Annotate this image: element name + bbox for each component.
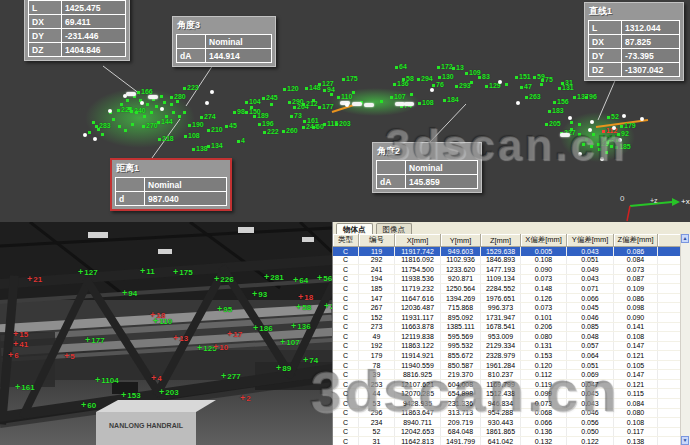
target-dot (600, 135, 603, 138)
column-header[interactable]: Y[mm] (441, 234, 481, 247)
measurement-row-value: 69.411 (62, 15, 126, 29)
measure-point (126, 90, 137, 97)
target-dot (582, 143, 585, 146)
target-dot-white (108, 109, 112, 113)
measurement-box-cut[interactable]: L1425.475DX69.411DY-231.446DZ1404.846 (24, 0, 130, 61)
measurement-header-blank (116, 178, 145, 192)
table-cell: 949.603 (441, 247, 481, 256)
table-cell: 296 (359, 409, 395, 418)
table-row[interactable]: C15211931.117895.0921731.9470.1010.0460.… (333, 313, 681, 323)
table-row[interactable]: C25312107.621604.0081169.7990.1190.0470.… (333, 380, 681, 390)
scroll-up-arrow[interactable]: ▲ (681, 234, 689, 243)
table-row[interactable]: C398816.925219.370810.2370.1120.0690.147 (333, 370, 681, 380)
table-row[interactable]: C27311663.8781385.1111678.5410.2060.0850… (333, 323, 681, 333)
table-cell: 0.136 (521, 428, 567, 437)
table-cell: 0.108 (614, 418, 658, 427)
table-row[interactable]: C19411938.536920.8711109.1340.0730.0430.… (333, 275, 681, 285)
table-body[interactable]: C11911917.742949.6031529.6380.0050.0430.… (333, 247, 681, 445)
measure-point (140, 99, 145, 106)
measurement-header-blank (177, 35, 206, 49)
target-dot-white (498, 80, 502, 84)
measurement-box-line1[interactable]: 直线1L1312.044DX87.825DY-73.395DZ-1307.042 (584, 2, 684, 81)
table-cell-filler (658, 256, 681, 265)
table-row[interactable]: C17911914.921855.6722328.9790.1530.0640.… (333, 351, 681, 361)
table-row[interactable]: C4912119.838595.569953.0090.0800.0480.10… (333, 332, 681, 342)
table-cell: C (333, 389, 359, 398)
table-cell: 11863.122 (395, 342, 441, 351)
table-row[interactable]: C14711647.6161394.2691976.6510.1260.0660… (333, 294, 681, 304)
measure-point (148, 93, 159, 100)
measure-point (590, 118, 595, 125)
column-header[interactable]: Z偏差[mm] (614, 234, 658, 247)
table-row[interactable]: C18511719.2321250.5642284.5520.1480.0710… (333, 284, 681, 294)
column-header[interactable]: 类型 (333, 234, 359, 247)
table-cell: 0.080 (614, 409, 658, 418)
target-dot-white (430, 88, 434, 92)
measurement-box-angle2[interactable]: 角度2NominaldA145.859 (372, 142, 482, 193)
table-row[interactable]: C26712036.487715.868996.3730.0730.0450.0… (333, 303, 681, 313)
table-cell: 2328.979 (481, 351, 521, 360)
table-cell-filler (658, 313, 681, 322)
measure-point (112, 115, 116, 122)
measure-point-label: 210 (207, 126, 223, 133)
measure-point-label: 218 (158, 135, 174, 142)
photo-marker-label: 94 (122, 289, 137, 298)
table-cell: 0.119 (521, 380, 567, 389)
table-cell: 11642.813 (395, 437, 441, 445)
table-row[interactable]: C3111642.8131491.799641.0420.1320.1220.1… (333, 437, 681, 445)
table-cell: 0.005 (521, 247, 567, 256)
points-table-panel[interactable]: 物体点图像点 类型编号X[mm]Y[mm]Z[mm]X偏差[mm]Y偏差[mm]… (332, 222, 690, 445)
photo-marker-label: 29 (324, 302, 332, 311)
measurement-row-key: L (589, 21, 622, 35)
table-row[interactable]: C5212042.653684.0481861.8650.1360.0500.1… (333, 428, 681, 438)
measurement-box-angle3[interactable]: 角度3NominaldA144.914 (172, 16, 276, 67)
tab-object-points[interactable]: 物体点 (336, 223, 373, 234)
3d-viewport[interactable]: 0 +x +z 16622328014419027421021813813427… (0, 0, 690, 222)
measurement-values-table: NominaldA145.859 (376, 160, 478, 189)
measure-point (540, 80, 544, 87)
column-header[interactable]: Z[mm] (481, 234, 521, 247)
scroll-down-arrow[interactable]: ▼ (681, 436, 689, 445)
target-dot-white (352, 102, 362, 106)
table-cell: 0.071 (567, 284, 614, 293)
table-cell: 0.090 (614, 313, 658, 322)
measurement-row-key: DX (29, 15, 62, 29)
table-row[interactable]: C7811940.559850.5871961.2840.1200.0510.1… (333, 361, 681, 371)
table-cell-filler (658, 265, 681, 274)
target-dot (131, 123, 134, 126)
table-row[interactable]: C4412070.285654.8981512.4380.0990.0450.1… (333, 389, 681, 399)
table-row[interactable]: C11911917.742949.6031529.6380.0050.0430.… (333, 247, 681, 256)
table-row[interactable]: C19211863.122995.5322129.3340.1310.0570.… (333, 342, 681, 352)
target-dot (395, 66, 398, 69)
table-cell-filler (658, 399, 681, 408)
table-cell: 52 (359, 428, 395, 437)
column-header[interactable]: X偏差[mm] (521, 234, 567, 247)
table-cell: 11940.559 (395, 361, 441, 370)
box-label: NANLONG HANDRAIL (109, 422, 184, 429)
photo-marker-label: 4 (151, 374, 162, 383)
tab-image-points[interactable]: 图像点 (376, 223, 413, 234)
table-row[interactable]: C2348940.711209.719930.4430.0660.0560.10… (333, 418, 681, 428)
table-row[interactable]: C24111754.5001233.6201477.1930.0900.0490… (333, 265, 681, 275)
target-dot (302, 126, 305, 129)
measurement-box-dist1[interactable]: 距离1Nominald987.040 (110, 158, 232, 211)
table-row[interactable]: C539428.935231.336946.8340.0730.0430.084 (333, 399, 681, 409)
column-header[interactable]: 编号 (359, 234, 395, 247)
table-cell: 1846.893 (481, 256, 521, 265)
column-header[interactable]: X[mm] (395, 234, 441, 247)
photo-panel[interactable]: NANLONG HANDRAIL 12711175226281645693949… (0, 222, 332, 445)
table-cell-filler (658, 380, 681, 389)
table-row[interactable]: C29211816.0921102.9361846.8930.1080.0510… (333, 256, 681, 266)
photo-marker-label: 60 (81, 401, 96, 410)
table-cell: 1250.564 (441, 284, 481, 293)
measure-point (108, 107, 113, 114)
table-row[interactable]: C29611863.647313.713954.2880.0680.0460.0… (333, 409, 681, 419)
vertical-scrollbar[interactable]: ▲ ▼ (680, 234, 690, 445)
measure-point (345, 101, 350, 108)
target-dot (178, 115, 181, 118)
table-cell: 850.587 (441, 361, 481, 370)
column-header[interactable]: Y偏差[mm] (567, 234, 614, 247)
target-dot (282, 130, 285, 133)
measure-point-label: 270 (142, 122, 158, 129)
table-cell: 1109.134 (481, 275, 521, 284)
